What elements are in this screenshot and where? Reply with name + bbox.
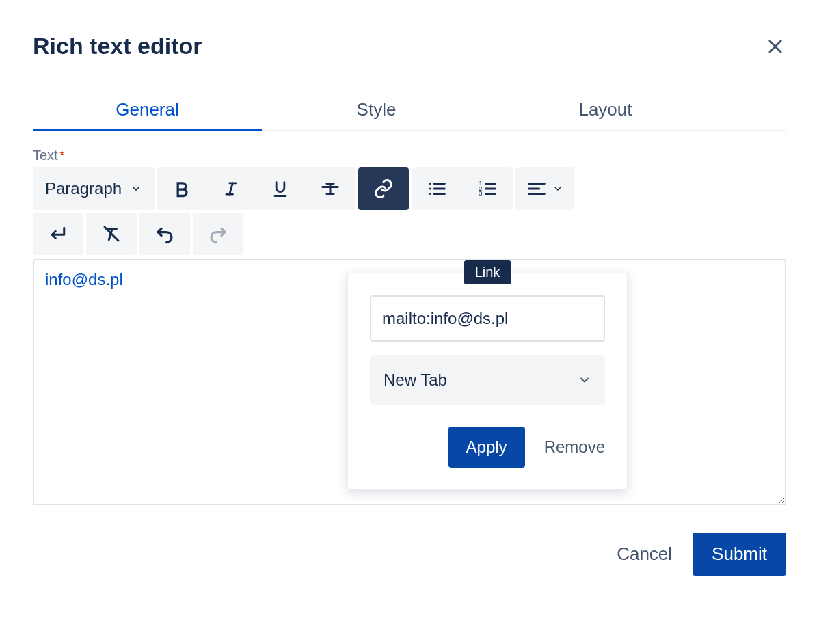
submit-button[interactable]: Submit <box>693 533 786 576</box>
cancel-button[interactable]: Cancel <box>613 537 676 572</box>
link-target-select[interactable]: New Tab <box>370 355 605 405</box>
chevron-down-icon <box>552 183 563 194</box>
bold-button[interactable] <box>157 167 206 210</box>
undo-button[interactable] <box>139 213 190 255</box>
bold-icon <box>172 179 191 198</box>
redo-button <box>193 213 243 255</box>
tab-general[interactable]: General <box>33 92 262 130</box>
clear-format-icon <box>101 224 122 244</box>
link-popover: Link New Tab Apply Remove <box>347 273 628 490</box>
close-button[interactable] <box>764 36 786 57</box>
strikethrough-icon <box>320 178 340 199</box>
align-select[interactable] <box>515 167 574 210</box>
undo-icon <box>155 224 175 244</box>
redo-icon <box>208 224 228 244</box>
bullet-list-button[interactable] <box>412 167 462 210</box>
close-icon <box>766 37 785 56</box>
underline-button[interactable] <box>256 167 305 210</box>
chevron-down-icon <box>130 183 142 195</box>
tab-style[interactable]: Style <box>262 92 491 130</box>
block-format-label: Paragraph <box>45 179 122 198</box>
remove-button[interactable]: Remove <box>544 438 605 457</box>
chevron-down-icon <box>578 373 591 387</box>
field-label-text: Text <box>33 148 58 163</box>
svg-text:3: 3 <box>479 190 483 197</box>
italic-icon <box>221 179 241 198</box>
line-break-button[interactable] <box>33 213 83 255</box>
svg-point-11 <box>429 188 431 190</box>
link-target-value: New Tab <box>384 371 447 390</box>
strikethrough-button[interactable] <box>305 167 355 210</box>
editor-link-text[interactable]: info@ds.pl <box>45 270 123 289</box>
field-text-label: Text* <box>33 148 786 163</box>
link-url-input[interactable] <box>370 295 605 342</box>
tab-layout[interactable]: Layout <box>491 92 720 130</box>
numbered-list-icon: 123 <box>477 178 498 199</box>
bullet-list-icon <box>427 178 447 199</box>
underline-icon <box>271 179 290 198</box>
link-icon <box>373 178 394 199</box>
line-break-icon <box>48 224 68 244</box>
link-button[interactable] <box>358 167 409 210</box>
editor-toolbar: Paragraph <box>33 167 786 210</box>
tabs: General Style Layout <box>33 92 786 131</box>
svg-point-12 <box>429 193 431 195</box>
apply-button[interactable]: Apply <box>448 427 525 468</box>
block-format-select[interactable]: Paragraph <box>33 167 155 210</box>
clear-format-button[interactable] <box>86 213 137 255</box>
svg-line-4 <box>230 183 233 194</box>
dialog-title: Rich text editor <box>33 33 202 59</box>
align-left-icon <box>526 178 547 199</box>
svg-point-10 <box>429 183 431 185</box>
required-asterisk: * <box>59 148 65 163</box>
italic-button[interactable] <box>206 167 256 210</box>
numbered-list-button[interactable]: 123 <box>462 167 513 210</box>
link-tooltip: Link <box>464 260 511 284</box>
